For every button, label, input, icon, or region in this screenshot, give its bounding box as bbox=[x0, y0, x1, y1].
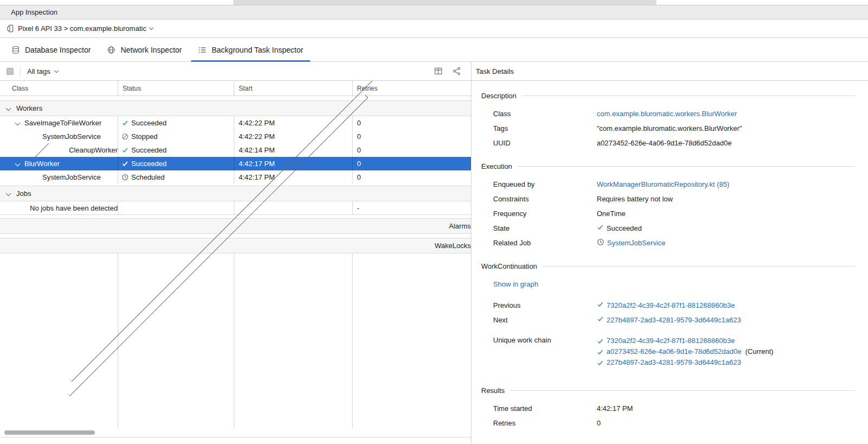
group-label: Alarms bbox=[449, 222, 471, 230]
chain-work-link[interactable]: 227b4897-2ad3-4281-9579-3d6449c1a623 bbox=[607, 357, 741, 368]
tag-filter-label: All tags bbox=[27, 67, 50, 75]
detail-label: UUID bbox=[493, 138, 597, 148]
related-job-link[interactable]: SystemJobService bbox=[607, 238, 666, 248]
tab-network-inspector[interactable]: Network Inspector bbox=[99, 38, 190, 61]
row-class: SystemJobService bbox=[42, 173, 101, 181]
previous-work-link[interactable]: 7320a2f2-4c39-4c2f-87f1-881268860b3e bbox=[607, 301, 735, 310]
chevron-down-icon bbox=[6, 191, 11, 196]
enqueued-by-link[interactable]: WorkManagerBluromaticRepository.kt (85) bbox=[597, 180, 729, 189]
table-row[interactable]: SystemJobService Stopped 4:42:22 PM 0 bbox=[0, 130, 471, 143]
success-check-icon bbox=[597, 224, 604, 231]
group-row-wakelocks[interactable]: WakeLocks bbox=[0, 238, 471, 253]
tag-filter-dropdown[interactable]: All tags bbox=[27, 67, 58, 75]
chain-work-link[interactable]: 7320a2f2-4c39-4c2f-87f1-881268860b3e bbox=[607, 335, 735, 346]
success-check-icon bbox=[597, 348, 604, 356]
task-table: Class Status Start Retries Workers SaveI… bbox=[0, 81, 471, 444]
column-header-start[interactable]: Start bbox=[234, 81, 353, 96]
chain-suffix: (Current) bbox=[745, 346, 774, 357]
tab-label: Database Inspector bbox=[25, 46, 91, 54]
row-class: CleanupWorker bbox=[69, 146, 118, 154]
detail-label: Previous bbox=[493, 301, 597, 310]
device-phone-icon bbox=[7, 24, 15, 33]
section-title: Description bbox=[481, 92, 516, 100]
chevron-right-icon[interactable] bbox=[22, 143, 59, 157]
detail-row-state: State Succeeded bbox=[493, 224, 855, 233]
detail-row-frequency: Frequency OneTime bbox=[493, 209, 855, 219]
row-status: Succeeded bbox=[131, 119, 167, 127]
tab-database-inspector[interactable]: Database Inspector bbox=[3, 38, 99, 61]
detail-value: OneTime bbox=[597, 209, 626, 219]
inspector-tabs: Database Inspector Network Inspector Bac… bbox=[0, 38, 868, 62]
table-row[interactable]: SaveImageToFileWorker Succeeded 4:42:22 … bbox=[0, 116, 471, 130]
detail-label: Time started bbox=[493, 404, 597, 414]
table-row[interactable]: CleanupWorker Succeeded 4:42:14 PM 0 bbox=[0, 143, 471, 157]
table-row-selected[interactable]: BlurWorker Succeeded 4:42:17 PM 0 bbox=[0, 157, 471, 170]
detail-label: Unique work chain bbox=[493, 335, 597, 345]
panel-bottom-edge bbox=[0, 437, 471, 444]
row-class: SystemJobService bbox=[42, 132, 101, 141]
detail-value: 4:42:17 PM bbox=[597, 404, 633, 414]
clock-icon bbox=[122, 174, 129, 181]
chevron-down-icon[interactable] bbox=[15, 161, 21, 167]
detail-row-class: Class com.example.bluromatic.workers.Blu… bbox=[493, 109, 855, 119]
class-link[interactable]: com.example.bluromatic.workers.BlurWorke… bbox=[597, 109, 737, 119]
app-inspection-window: App Inspection Pixel 6 API 33 > com.exam… bbox=[0, 0, 868, 444]
graph-view-icon[interactable] bbox=[452, 67, 461, 75]
show-in-graph-link[interactable]: Show in graph bbox=[493, 280, 538, 288]
detail-row-constraints: Constraints Requires battery not low bbox=[493, 194, 855, 204]
section-title: WorkContinuation bbox=[481, 262, 537, 270]
panel-title-text: App Inspection bbox=[11, 8, 58, 16]
stopped-icon bbox=[122, 133, 129, 140]
task-details-panel: Task Details Description Class com.examp… bbox=[471, 62, 868, 444]
success-check-icon bbox=[122, 119, 129, 126]
section-divider bbox=[510, 390, 855, 391]
database-icon bbox=[11, 46, 20, 54]
row-retries: 0 bbox=[353, 157, 471, 170]
task-details-content: Description Class com.example.bluromatic… bbox=[471, 81, 868, 444]
success-check-icon bbox=[597, 301, 604, 308]
column-header-retries[interactable]: Retries bbox=[353, 81, 471, 96]
row-retries: 0 bbox=[353, 170, 471, 184]
group-label: Workers bbox=[16, 104, 42, 112]
detail-row-enqueued-by: Enqueued by WorkManagerBluromaticReposit… bbox=[493, 180, 855, 189]
tab-background-task-inspector[interactable]: Background Task Inspector bbox=[190, 38, 311, 61]
tab-label: Network Inspector bbox=[120, 46, 182, 54]
section-work-continuation: WorkContinuation bbox=[481, 261, 855, 271]
group-label: WakeLocks bbox=[435, 242, 471, 250]
detail-row-uuid: UUID a0273452-626e-4a06-9d1e-78d6d52dad0… bbox=[493, 138, 855, 148]
chain-work-link[interactable]: a0273452-626e-4a06-9d1e-78d6d52dad0e bbox=[607, 346, 742, 357]
table-row[interactable]: SystemJobService Scheduled 4:42:17 PM 0 bbox=[0, 170, 471, 184]
section-divider bbox=[518, 166, 855, 167]
network-globe-icon bbox=[107, 46, 116, 54]
group-row-workers[interactable]: Workers bbox=[0, 100, 471, 116]
detail-value: Succeeded bbox=[607, 224, 642, 233]
chevron-down-icon bbox=[149, 26, 153, 30]
inspector-content: All tags Class Status Start Retries bbox=[0, 62, 868, 444]
chain-item: 227b4897-2ad3-4281-9579-3d6449c1a623 bbox=[597, 357, 774, 368]
row-start: 4:42:22 PM bbox=[234, 130, 353, 143]
group-row-jobs[interactable]: Jobs bbox=[0, 186, 471, 201]
detail-label: Retries bbox=[493, 418, 597, 428]
row-retries: 0 bbox=[353, 143, 471, 157]
success-check-icon bbox=[597, 315, 604, 322]
column-header-class[interactable]: Class bbox=[0, 81, 118, 96]
section-results: Results bbox=[481, 385, 855, 395]
process-selector[interactable]: Pixel 6 API 33 > com.example.bluromatic bbox=[0, 20, 868, 38]
scrollbar-thumb[interactable] bbox=[4, 430, 95, 435]
stop-inspector-icon[interactable] bbox=[7, 68, 14, 75]
detail-value: "com.example.bluromatic.workers.BlurWork… bbox=[597, 124, 742, 134]
column-header-status[interactable]: Status bbox=[118, 81, 234, 96]
chevron-down-icon bbox=[6, 106, 11, 111]
horizontal-scrollbar[interactable] bbox=[0, 428, 471, 437]
detail-row-retries: Retries 0 bbox=[493, 418, 855, 428]
next-work-link[interactable]: 227b4897-2ad3-4281-9579-3d6449c1a623 bbox=[607, 315, 741, 325]
chevron-down-icon bbox=[54, 68, 58, 72]
task-details-header: Task Details bbox=[471, 62, 868, 81]
task-table-panel: All tags Class Status Start Retries bbox=[0, 62, 471, 444]
task-details-title: Task Details bbox=[476, 67, 514, 75]
row-start: 4:42:17 PM bbox=[234, 170, 353, 184]
chevron-down-icon[interactable] bbox=[15, 120, 21, 126]
window-top-edge bbox=[0, 0, 868, 5]
table-view-icon[interactable] bbox=[434, 67, 443, 75]
detail-row-next: Next 227b4897-2ad3-4281-9579-3d6449c1a62… bbox=[493, 315, 855, 325]
